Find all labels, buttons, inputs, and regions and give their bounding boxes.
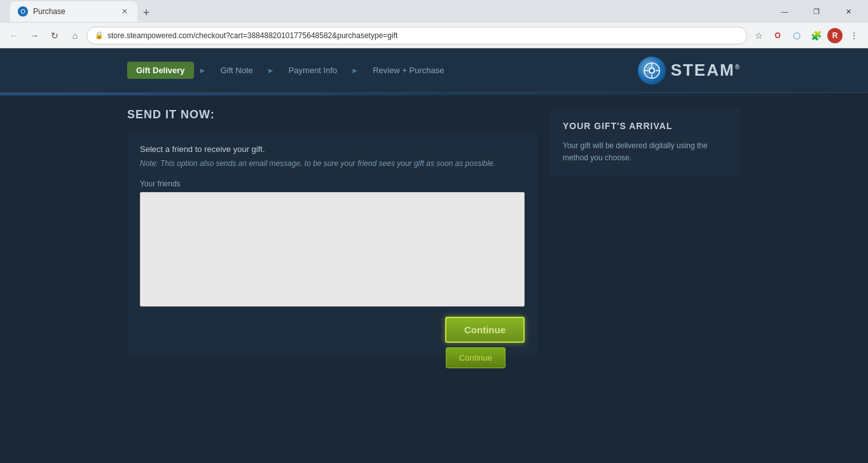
tab-title: Purchase — [33, 7, 65, 16]
tab-favicon — [18, 6, 28, 17]
svg-point-4 — [650, 69, 654, 73]
address-bar[interactable]: 🔒 store.steampowered.com/checkout?cart=3… — [86, 27, 747, 45]
continue-btn-row: Continue Continue — [140, 317, 525, 343]
left-panel: SEND IT NOW: Select a friend to receive … — [127, 108, 537, 356]
forward-button[interactable]: → — [25, 27, 43, 45]
lock-icon: 🔒 — [95, 31, 104, 39]
step-gift-delivery[interactable]: Gift Delivery — [127, 62, 194, 79]
continue-button-duplicate[interactable]: Continue — [446, 347, 506, 368]
tab-close-button[interactable]: ✕ — [120, 6, 130, 17]
continue-button[interactable]: Continue — [445, 317, 525, 343]
toolbar-icons: ☆ O ⬡ 🧩 R ⋮ — [750, 27, 863, 45]
step-gift-note[interactable]: Gift Note — [211, 62, 261, 79]
checkout-header: Gift Delivery ► Gift Note ► Payment Info… — [0, 48, 868, 93]
main-area: SEND IT NOW: Select a friend to receive … — [0, 95, 868, 381]
window-controls: — ❐ ✕ — [770, 0, 863, 23]
breadcrumb: Gift Delivery ► Gift Note ► Payment Info… — [127, 62, 453, 79]
home-button[interactable]: ⌂ — [66, 27, 84, 45]
address-bar-row: ← → ↻ ⌂ 🔒 store.steampowered.com/checkou… — [0, 23, 868, 48]
browser-tab[interactable]: Purchase ✕ — [10, 1, 137, 22]
breadcrumb-separator-3: ► — [351, 66, 359, 75]
browser-chrome: Purchase ✕ + — ❐ ✕ ← → ↻ ⌂ 🔒 store.steam… — [0, 0, 868, 48]
send-now-main-text: Select a friend to receive your gift. — [140, 144, 525, 154]
avatar-button[interactable]: R — [826, 27, 844, 45]
address-url: store.steampowered.com/checkout?cart=388… — [107, 31, 397, 40]
back-button[interactable]: ← — [5, 27, 23, 45]
menu-button[interactable]: ⋮ — [845, 27, 863, 45]
send-now-note-text: Note: This option also sends an email me… — [140, 158, 525, 169]
gift-arrival-title: YOUR GIFT'S ARRIVAL — [563, 121, 728, 131]
steam-logo: STEAM® — [638, 57, 741, 85]
opera-icon[interactable]: O — [769, 27, 787, 45]
user-avatar: R — [827, 28, 843, 43]
new-tab-button[interactable]: + — [137, 4, 155, 22]
puzzle-icon[interactable]: 🧩 — [807, 27, 825, 45]
minimize-button[interactable]: — — [770, 0, 799, 23]
gift-arrival-box: YOUR GIFT'S ARRIVAL Your gift will be de… — [550, 108, 741, 177]
steam-logo-text: STEAM® — [671, 60, 741, 80]
breadcrumb-separator-1: ► — [199, 66, 207, 75]
title-bar: Purchase ✕ + — ❐ ✕ — [0, 0, 868, 23]
step-payment-info[interactable]: Payment Info — [280, 62, 347, 79]
steam-logo-icon — [638, 57, 666, 85]
bookmark-button[interactable]: ☆ — [750, 27, 768, 45]
friends-label: Your friends — [140, 179, 525, 188]
close-button[interactable]: ✕ — [834, 0, 863, 23]
page-content: Gift Delivery ► Gift Note ► Payment Info… — [0, 48, 868, 463]
section-title: SEND IT NOW: — [127, 108, 537, 121]
gift-arrival-description: Your gift will be delivered digitally us… — [563, 140, 728, 164]
reload-button[interactable]: ↻ — [46, 27, 64, 45]
right-panel: YOUR GIFT'S ARRIVAL Your gift will be de… — [550, 108, 741, 356]
friends-list-box[interactable] — [140, 192, 525, 307]
extensions-icon[interactable]: ⬡ — [788, 27, 806, 45]
send-now-box: Select a friend to receive your gift. No… — [127, 132, 537, 356]
step-review-purchase[interactable]: Review + Purchase — [364, 62, 453, 79]
maximize-button[interactable]: ❐ — [802, 0, 831, 23]
breadcrumb-separator-2: ► — [267, 66, 275, 75]
